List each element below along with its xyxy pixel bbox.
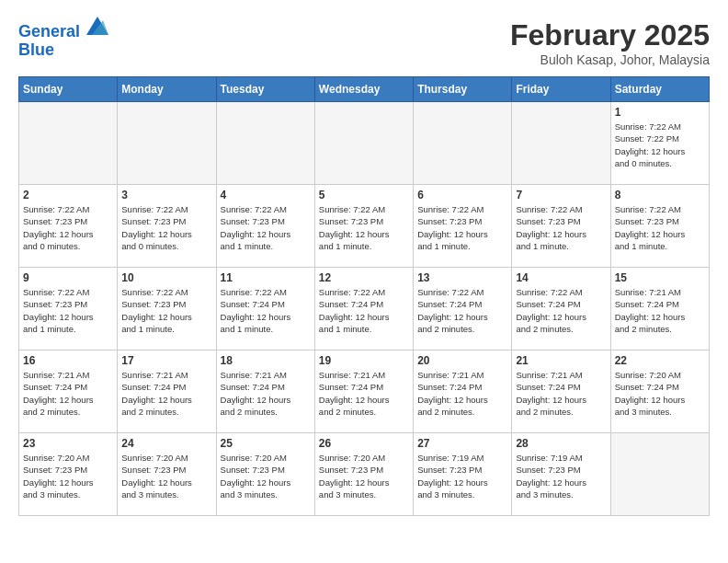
day-number: 3 — [121, 189, 211, 201]
calendar-table: SundayMondayTuesdayWednesdayThursdayFrid… — [18, 76, 710, 516]
day-number: 13 — [417, 271, 507, 284]
day-info: Sunrise: 7:21 AM Sunset: 7:24 PM Dayligh… — [319, 369, 409, 418]
day-info: Sunrise: 7:22 AM Sunset: 7:23 PM Dayligh… — [516, 203, 606, 252]
calendar-cell: 19Sunrise: 7:21 AM Sunset: 7:24 PM Dayli… — [314, 350, 413, 433]
calendar-cell: 13Sunrise: 7:22 AM Sunset: 7:24 PM Dayli… — [414, 268, 512, 350]
location-text: Buloh Kasap, Johor, Malaysia — [510, 52, 710, 67]
calendar-cell: 1Sunrise: 7:22 AM Sunset: 7:22 PM Daylig… — [610, 102, 709, 185]
day-info: Sunrise: 7:22 AM Sunset: 7:23 PM Dayligh… — [417, 203, 507, 252]
calendar-cell: 8Sunrise: 7:22 AM Sunset: 7:23 PM Daylig… — [610, 185, 709, 268]
day-info: Sunrise: 7:21 AM Sunset: 7:24 PM Dayligh… — [221, 369, 311, 418]
calendar-cell: 20Sunrise: 7:21 AM Sunset: 7:24 PM Dayli… — [414, 350, 512, 433]
day-number: 12 — [319, 271, 409, 284]
calendar-cell: 2Sunrise: 7:22 AM Sunset: 7:23 PM Daylig… — [19, 185, 118, 268]
calendar-week-1: 1Sunrise: 7:22 AM Sunset: 7:22 PM Daylig… — [19, 102, 710, 185]
day-info: Sunrise: 7:22 AM Sunset: 7:23 PM Dayligh… — [23, 286, 113, 335]
day-info: Sunrise: 7:21 AM Sunset: 7:24 PM Dayligh… — [121, 369, 211, 418]
day-info: Sunrise: 7:21 AM Sunset: 7:24 PM Dayligh… — [23, 369, 113, 418]
day-info: Sunrise: 7:20 AM Sunset: 7:23 PM Dayligh… — [121, 452, 211, 500]
weekday-header-wednesday: Wednesday — [314, 77, 413, 102]
calendar-cell: 23Sunrise: 7:20 AM Sunset: 7:23 PM Dayli… — [19, 433, 118, 516]
day-number: 26 — [319, 437, 409, 450]
day-number: 6 — [417, 189, 507, 201]
weekday-header-friday: Friday — [512, 77, 610, 102]
day-info: Sunrise: 7:22 AM Sunset: 7:24 PM Dayligh… — [516, 286, 606, 335]
day-info: Sunrise: 7:19 AM Sunset: 7:23 PM Dayligh… — [417, 452, 507, 500]
calendar-cell: 27Sunrise: 7:19 AM Sunset: 7:23 PM Dayli… — [414, 433, 512, 516]
calendar-cell: 25Sunrise: 7:20 AM Sunset: 7:23 PM Dayli… — [216, 433, 314, 516]
day-number: 22 — [615, 354, 705, 367]
day-info: Sunrise: 7:22 AM Sunset: 7:24 PM Dayligh… — [417, 286, 507, 335]
title-block: February 2025 Buloh Kasap, Johor, Malays… — [510, 18, 710, 67]
calendar-week-2: 2Sunrise: 7:22 AM Sunset: 7:23 PM Daylig… — [19, 185, 710, 268]
day-info: Sunrise: 7:22 AM Sunset: 7:23 PM Dayligh… — [221, 203, 311, 252]
calendar-cell: 17Sunrise: 7:21 AM Sunset: 7:24 PM Dayli… — [118, 350, 216, 433]
day-number: 4 — [221, 189, 311, 201]
weekday-header-row: SundayMondayTuesdayWednesdayThursdayFrid… — [19, 77, 710, 102]
weekday-header-saturday: Saturday — [610, 77, 709, 102]
calendar-cell: 3Sunrise: 7:22 AM Sunset: 7:23 PM Daylig… — [118, 185, 216, 268]
calendar-cell: 21Sunrise: 7:21 AM Sunset: 7:24 PM Dayli… — [512, 350, 610, 433]
day-info: Sunrise: 7:21 AM Sunset: 7:24 PM Dayligh… — [417, 369, 507, 418]
day-info: Sunrise: 7:22 AM Sunset: 7:23 PM Dayligh… — [121, 286, 211, 335]
day-number: 16 — [23, 354, 113, 367]
logo: General Blue — [18, 18, 108, 60]
day-number: 18 — [221, 354, 311, 367]
day-info: Sunrise: 7:21 AM Sunset: 7:24 PM Dayligh… — [516, 369, 606, 418]
day-number: 14 — [516, 271, 606, 284]
calendar-week-5: 23Sunrise: 7:20 AM Sunset: 7:23 PM Dayli… — [19, 433, 710, 516]
day-info: Sunrise: 7:22 AM Sunset: 7:23 PM Dayligh… — [121, 203, 211, 252]
calendar-cell: 10Sunrise: 7:22 AM Sunset: 7:23 PM Dayli… — [118, 268, 216, 350]
day-number: 2 — [23, 189, 113, 201]
weekday-header-sunday: Sunday — [19, 77, 118, 102]
weekday-header-thursday: Thursday — [414, 77, 512, 102]
month-year-title: February 2025 — [510, 18, 710, 52]
calendar-cell — [512, 102, 610, 185]
day-info: Sunrise: 7:22 AM Sunset: 7:23 PM Dayligh… — [319, 203, 409, 252]
day-number: 25 — [221, 437, 311, 450]
day-number: 24 — [121, 437, 211, 450]
day-number: 17 — [121, 354, 211, 367]
day-info: Sunrise: 7:22 AM Sunset: 7:23 PM Dayligh… — [23, 203, 113, 252]
day-info: Sunrise: 7:22 AM Sunset: 7:24 PM Dayligh… — [221, 286, 311, 335]
day-number: 28 — [516, 437, 606, 450]
weekday-header-tuesday: Tuesday — [216, 77, 314, 102]
day-number: 19 — [319, 354, 409, 367]
calendar-cell: 24Sunrise: 7:20 AM Sunset: 7:23 PM Dayli… — [118, 433, 216, 516]
day-info: Sunrise: 7:20 AM Sunset: 7:23 PM Dayligh… — [23, 452, 113, 500]
day-number: 21 — [516, 354, 606, 367]
calendar-cell — [19, 102, 118, 185]
calendar-cell: 22Sunrise: 7:20 AM Sunset: 7:24 PM Dayli… — [610, 350, 709, 433]
logo-text: General — [18, 18, 108, 41]
day-info: Sunrise: 7:22 AM Sunset: 7:24 PM Dayligh… — [319, 286, 409, 335]
calendar-cell — [118, 102, 216, 185]
calendar-cell: 5Sunrise: 7:22 AM Sunset: 7:23 PM Daylig… — [314, 185, 413, 268]
day-number: 15 — [615, 271, 705, 284]
calendar-cell: 9Sunrise: 7:22 AM Sunset: 7:23 PM Daylig… — [19, 268, 118, 350]
calendar-cell: 11Sunrise: 7:22 AM Sunset: 7:24 PM Dayli… — [216, 268, 314, 350]
day-info: Sunrise: 7:22 AM Sunset: 7:23 PM Dayligh… — [615, 203, 705, 252]
calendar-cell: 15Sunrise: 7:21 AM Sunset: 7:24 PM Dayli… — [610, 268, 709, 350]
calendar-cell: 6Sunrise: 7:22 AM Sunset: 7:23 PM Daylig… — [414, 185, 512, 268]
day-number: 23 — [23, 437, 113, 450]
day-number: 10 — [121, 271, 211, 284]
day-number: 5 — [319, 189, 409, 201]
calendar-week-3: 9Sunrise: 7:22 AM Sunset: 7:23 PM Daylig… — [19, 268, 710, 350]
day-number: 8 — [615, 189, 705, 201]
day-number: 11 — [221, 271, 311, 284]
day-number: 7 — [516, 189, 606, 201]
day-number: 9 — [23, 271, 113, 284]
calendar-cell: 7Sunrise: 7:22 AM Sunset: 7:23 PM Daylig… — [512, 185, 610, 268]
calendar-cell — [314, 102, 413, 185]
calendar-cell: 14Sunrise: 7:22 AM Sunset: 7:24 PM Dayli… — [512, 268, 610, 350]
day-number: 1 — [615, 106, 705, 119]
calendar-cell: 12Sunrise: 7:22 AM Sunset: 7:24 PM Dayli… — [314, 268, 413, 350]
calendar-cell: 28Sunrise: 7:19 AM Sunset: 7:23 PM Dayli… — [512, 433, 610, 516]
page-header: General Blue February 2025 Buloh Kasap, … — [18, 18, 710, 67]
calendar-cell: 26Sunrise: 7:20 AM Sunset: 7:23 PM Dayli… — [314, 433, 413, 516]
logo-icon — [86, 17, 108, 35]
day-info: Sunrise: 7:20 AM Sunset: 7:23 PM Dayligh… — [221, 452, 311, 500]
logo-blue-text: Blue — [18, 41, 108, 60]
weekday-header-monday: Monday — [118, 77, 216, 102]
calendar-cell — [414, 102, 512, 185]
